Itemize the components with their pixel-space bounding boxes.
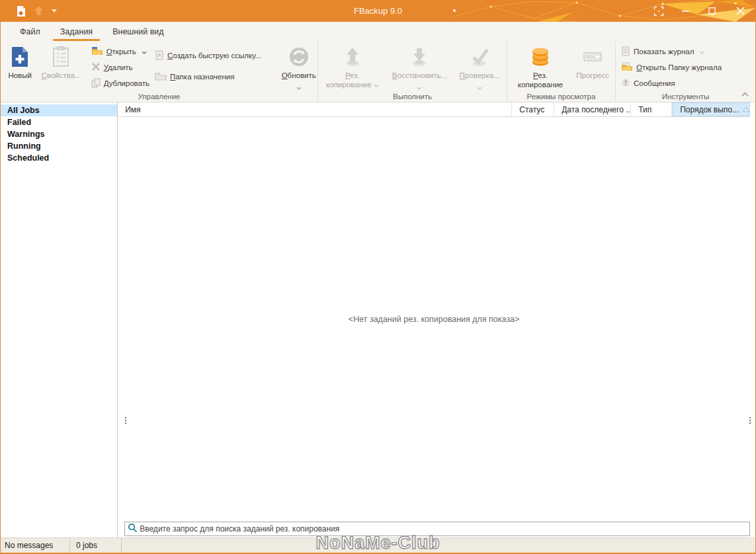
shortcut-icon: [155, 50, 164, 61]
window-controls: [646, 0, 755, 22]
progress-bar-icon: [583, 45, 603, 69]
chevron-down-icon: [477, 81, 482, 93]
tools-column: Показать журнал Открыть Папку журнала: [621, 41, 722, 89]
delete-x-icon: [91, 62, 101, 73]
statusbar: No messages 0 jobs NoNaMe-Club: [1, 537, 755, 553]
watermark: NoNaMe-Club: [316, 533, 441, 553]
column-header-name[interactable]: Имя: [118, 102, 512, 116]
tab-jobs[interactable]: Задания: [50, 22, 103, 41]
duplicate-button[interactable]: Дублировать: [91, 78, 149, 89]
group-label-tools: Инструменты: [616, 93, 755, 100]
new-job-button[interactable]: Новый: [5, 41, 35, 80]
quick-access-toolbar: [1, 5, 57, 17]
destination-folder-button[interactable]: Папка назначения: [155, 71, 261, 82]
ribbon-group-views: Рез.копирование Прогресс Режимы просмотр…: [507, 41, 615, 102]
backup-button[interactable]: Рез. копирование: [319, 41, 386, 89]
refresh-button[interactable]: Обновить: [280, 41, 317, 93]
refresh-globe-icon: [288, 45, 310, 69]
ribbon-group-manage: Новый Свойства... Открыть: [1, 41, 317, 102]
ribbon-group-tools: Показать журнал Открыть Папку журнала: [615, 41, 755, 102]
window-title: FBackup 9.0: [354, 6, 402, 16]
open-folder-icon: [91, 46, 103, 57]
jobs-pane: Имя Статус Дата последнего ... Тип Поряд…: [118, 102, 755, 537]
log-document-icon: [621, 46, 630, 58]
splitter-grip-right[interactable]: [749, 417, 751, 424]
chevron-down-icon: [296, 81, 302, 93]
minimize-button[interactable]: [672, 0, 698, 22]
group-label-execute: Выполнить: [318, 93, 507, 100]
view-progress-button[interactable]: Прогресс: [572, 41, 613, 80]
show-log-button[interactable]: Показать журнал: [621, 46, 722, 57]
clipboard-icon: [52, 45, 69, 69]
sidebar-item-failed[interactable]: Failed: [1, 116, 117, 128]
column-header-status[interactable]: Статус: [512, 102, 554, 116]
folder-icon: [155, 72, 167, 82]
column-header-run-order[interactable]: Порядок выпо...: [672, 102, 750, 116]
test-button[interactable]: Проверка...: [454, 41, 505, 93]
sidebar-item-warnings[interactable]: Warnings: [1, 128, 117, 140]
main-content: All Jobs Failed Warnings Running Schedul…: [1, 102, 755, 537]
restore-down-arrow-icon: [409, 45, 430, 69]
manage-small-column-2: Создать быструю ссылку... Папка назначен…: [155, 41, 261, 82]
sidebar-item-all-jobs[interactable]: All Jobs: [1, 104, 117, 116]
titlebar-dot: [453, 9, 456, 12]
sidebar-item-running[interactable]: Running: [1, 140, 117, 152]
create-quick-shortcut-button[interactable]: Создать быструю ссылку...: [155, 50, 261, 61]
jobs-list-empty-area: <Нет заданий рез. копирования для показа…: [118, 117, 750, 522]
copy-icon: [91, 78, 101, 89]
column-header-type[interactable]: Тип: [631, 102, 672, 116]
sort-ascending-icon: [743, 106, 749, 112]
sidebar-item-scheduled[interactable]: Scheduled: [1, 152, 117, 164]
empty-jobs-message: <Нет заданий рез. копирования для показа…: [349, 315, 520, 324]
close-button[interactable]: [725, 0, 755, 22]
menubar: Файл Задания Внешний вид: [1, 22, 755, 41]
exclamation-circle-icon: [621, 78, 630, 89]
table-header: Имя Статус Дата последнего ... Тип Поряд…: [118, 102, 750, 117]
restore-button[interactable]: Восстановить...: [388, 41, 451, 93]
status-jobs-count: 0 jobs: [70, 538, 122, 553]
chevron-down-icon: [417, 81, 422, 93]
search-input[interactable]: [140, 524, 747, 534]
backup-arrow-icon[interactable]: [33, 5, 44, 17]
column-header-last-date[interactable]: Дата последнего ...: [554, 102, 631, 116]
ribbon-group-execute: Рез. копирование Восстановить... Проверк: [317, 41, 507, 102]
quick-access-caret-icon[interactable]: [52, 9, 57, 13]
chevron-down-icon: [142, 48, 147, 56]
fullscreen-button[interactable]: [646, 0, 672, 22]
search-icon: [128, 523, 138, 535]
splitter-grip-left[interactable]: [125, 417, 126, 424]
chevron-down-icon: [374, 81, 379, 89]
tab-file[interactable]: Файл: [10, 22, 50, 41]
ribbon: Новый Свойства... Открыть: [1, 41, 755, 102]
new-document-icon[interactable]: [17, 5, 26, 17]
sidebar: All Jobs Failed Warnings Running Schedul…: [1, 102, 118, 537]
collapse-ribbon-button[interactable]: [741, 87, 749, 99]
messages-button[interactable]: Сообщения: [621, 78, 722, 89]
group-label-manage: Управление: [1, 93, 317, 100]
new-document-icon: [11, 45, 29, 69]
view-backup-button[interactable]: Рез.копирование: [509, 41, 572, 89]
maximize-button[interactable]: [698, 0, 725, 22]
titlebar: FBackup 9.0: [1, 0, 755, 22]
group-label-views: Режимы просмотра: [507, 93, 615, 100]
open-log-folder-icon: [621, 62, 633, 73]
open-log-folder-button[interactable]: Открыть Папку журнала: [621, 62, 722, 73]
tab-appearance[interactable]: Внешний вид: [103, 22, 173, 41]
status-messages: No messages: [1, 538, 70, 553]
open-button[interactable]: Открыть: [91, 46, 149, 57]
checkmark-icon: [469, 45, 490, 69]
backup-up-arrow-icon: [342, 45, 363, 69]
manage-small-column-1: Открыть Удалить: [91, 41, 149, 89]
chevron-down-icon: [699, 48, 704, 56]
database-stack-icon: [530, 45, 551, 69]
app-window: FBackup 9.0: [0, 0, 756, 554]
properties-button[interactable]: Свойства...: [38, 41, 84, 80]
delete-button[interactable]: Удалить: [91, 62, 149, 73]
